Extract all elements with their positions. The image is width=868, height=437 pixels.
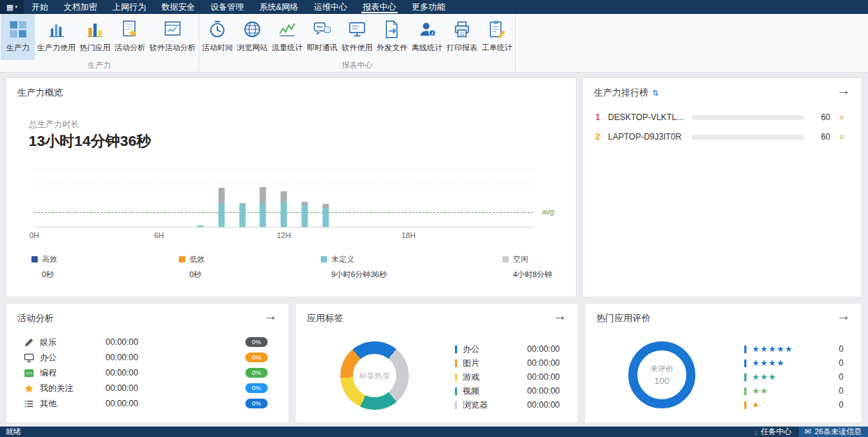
star-rating-icons: ★★★★ — [752, 359, 785, 367]
activity-percent-badge: 0% — [245, 368, 268, 378]
menu-item[interactable]: 数据安全 — [154, 0, 203, 14]
task-center-button[interactable]: ↓ 任务中心 — [747, 427, 799, 437]
activity-percent-badge: 0% — [245, 383, 268, 393]
ribbon-button-offline-stats[interactable]: i离线统计 — [410, 14, 444, 60]
ribbon-button-software-activity[interactable]: 软件活动分析 — [147, 14, 198, 60]
app-logo-button[interactable]: ▦ ▾ — [0, 0, 24, 14]
tag-legend-time: 00:00:00 — [527, 344, 560, 354]
ribbon-button-software-usage[interactable]: 软件使用 — [340, 14, 375, 60]
ranking-row[interactable]: 2LAPTOP-D9J3IT0R60≡ — [583, 127, 862, 147]
trend-flat-icon: ≡ — [839, 113, 844, 121]
activity-time: 00:00:00 — [106, 399, 161, 408]
tag-legend-label: 办公 — [463, 343, 479, 355]
total-duration-label: 总生产力时长 — [29, 119, 79, 131]
menu-item[interactable]: 开始 — [24, 0, 56, 14]
activity-list: 娱乐00:00:000%办公00:00:000%</>编程00:00:000%我… — [6, 334, 289, 411]
activity-label: 编程 — [40, 367, 106, 379]
chart-bar — [322, 204, 328, 227]
app-ratings-card: 热门应用评价 → 未评价 100 ★★★★★0★★★★0★★★0★★0★0 — [584, 303, 862, 423]
total-duration-value: 13小时14分钟36秒 — [29, 131, 151, 151]
ribbon-button-activity-analysis[interactable]: 活动分析 — [113, 14, 147, 60]
legend-label: 高效 — [42, 254, 57, 265]
menu-item[interactable]: 上网行为 — [105, 0, 154, 14]
rating-row-marker — [744, 360, 746, 367]
unread-messages-label: 26条未读信息 — [815, 427, 862, 437]
rating-row: ★★★★0 — [744, 356, 844, 370]
ribbon-button-browse-sites[interactable]: 浏览网站 — [235, 14, 270, 60]
unread-messages-button[interactable]: ✉ 26条未读信息 — [799, 427, 868, 437]
ranking-progress-bar — [692, 135, 804, 140]
legend-label: 低效 — [189, 254, 205, 265]
rating-row-marker — [744, 387, 746, 395]
tag-legend-marker — [455, 346, 457, 353]
activity-label: 办公 — [40, 352, 106, 364]
ribbon-button-traffic-stats[interactable]: 流量统计 — [270, 14, 305, 60]
activity-row[interactable]: 我的关注00:00:000% — [6, 380, 289, 396]
activity-row[interactable]: 娱乐00:00:000% — [6, 334, 289, 350]
rating-list: ★★★★★0★★★★0★★★0★★0★0 — [744, 342, 844, 412]
software-activity-icon — [162, 19, 183, 40]
ribbon-button-instant-messaging[interactable]: 即时通讯 — [305, 14, 340, 60]
ribbon-button-productivity-grid[interactable]: 生产力 — [1, 14, 35, 60]
ranking-rank: 1 — [595, 112, 608, 122]
activity-card-title: 活动分析 — [17, 312, 54, 325]
traffic-stats-icon — [277, 19, 298, 40]
ratings-card-title: 热门应用评价 — [596, 312, 651, 325]
menu-item[interactable]: 运维中心 — [306, 0, 355, 14]
menu-item[interactable]: 文档加密 — [56, 0, 105, 14]
sort-icon[interactable]: ⇅ — [652, 89, 658, 98]
tags-detail-arrow-icon[interactable]: → — [553, 309, 567, 323]
chart-bar — [281, 191, 287, 227]
grid-logo-icon: ▦ — [6, 3, 13, 12]
ribbon-button-ticket-stats[interactable]: 工单统计 — [479, 14, 514, 60]
activity-row[interactable]: 办公00:00:000% — [6, 350, 289, 365]
productivity-overview-card: 生产力概览 总生产力时长 13小时14分钟36秒 avg 0H6H12H18H … — [6, 77, 577, 297]
menu-item[interactable]: 设备管理 — [203, 0, 252, 14]
ribbon-button-print-report[interactable]: 打印报表 — [444, 14, 479, 60]
chart-bar-undefined-segment — [218, 203, 224, 227]
ribbon-button-productivity-usage[interactable]: 生产力使用 — [35, 14, 78, 60]
tag-donut-chart: 标签热度 — [340, 341, 409, 410]
ribbon-group-label: 生产力 — [0, 60, 198, 72]
ranking-rank: 2 — [595, 132, 608, 142]
chart-gridline — [34, 184, 533, 184]
ranking-row[interactable]: 1DESKTOP-VLKTL...60≡ — [583, 108, 862, 127]
legend-item: 高效0秒 — [31, 254, 57, 280]
task-center-label: 任务中心 — [761, 427, 792, 437]
activity-row[interactable]: </>编程00:00:000% — [6, 365, 289, 380]
ranking-list: 1DESKTOP-VLKTL...60≡2LAPTOP-D9J3IT0R60≡ — [583, 108, 862, 147]
tag-donut-center-label: 标签热度 — [359, 371, 390, 381]
ranking-detail-arrow-icon[interactable]: → — [837, 83, 851, 97]
ribbon-button-label: 软件活动分析 — [150, 43, 196, 53]
menu-item[interactable]: 系统&网络 — [252, 0, 306, 14]
offline-stats-icon: i — [417, 19, 437, 40]
svg-text:</>: </> — [25, 371, 32, 376]
statusbar: 就绪 ↓ 任务中心 ✉ 26条未读信息 — [0, 427, 868, 437]
menu-item[interactable]: 报表中心 — [355, 0, 404, 14]
legend-item: 空闲4小时8分钟 — [502, 254, 552, 280]
ribbon-button-label: 热门应用 — [80, 43, 110, 53]
rating-count: 0 — [839, 344, 844, 354]
tag-legend: 办公00:00:00图片00:00:00游戏00:00:00视频00:00:00… — [455, 342, 560, 412]
tag-legend-time: 00:00:00 — [527, 400, 560, 410]
activity-time: 00:00:00 — [106, 337, 161, 347]
menu-item[interactable]: 更多功能 — [404, 0, 453, 14]
tag-legend-marker — [455, 360, 457, 367]
ribbon-button-label: 生产力使用 — [37, 43, 75, 53]
hot-apps-icon — [85, 19, 106, 40]
tag-legend-row: 图片00:00:00 — [455, 356, 560, 370]
ribbon-button-label: 打印报表 — [447, 43, 477, 53]
activity-detail-arrow-icon[interactable]: → — [263, 309, 277, 323]
ribbon-button-outgoing-files[interactable]: 外发文件 — [375, 14, 410, 60]
productivity-usage-icon — [46, 19, 67, 40]
activity-row[interactable]: 其他00:00:000% — [6, 396, 289, 411]
chart-bar — [260, 187, 266, 227]
software-usage-icon — [347, 19, 368, 40]
code-icon: </> — [23, 367, 34, 378]
ranking-device-name: LAPTOP-D9J3IT0R — [608, 132, 692, 142]
ribbon-button-activity-time[interactable]: 活动时间 — [200, 14, 235, 60]
ribbon-button-hot-apps[interactable]: 热门应用 — [78, 14, 113, 60]
ratings-detail-arrow-icon[interactable]: → — [837, 309, 851, 323]
ranking-value: 60 — [804, 112, 830, 122]
activity-percent-badge: 0% — [245, 399, 268, 408]
